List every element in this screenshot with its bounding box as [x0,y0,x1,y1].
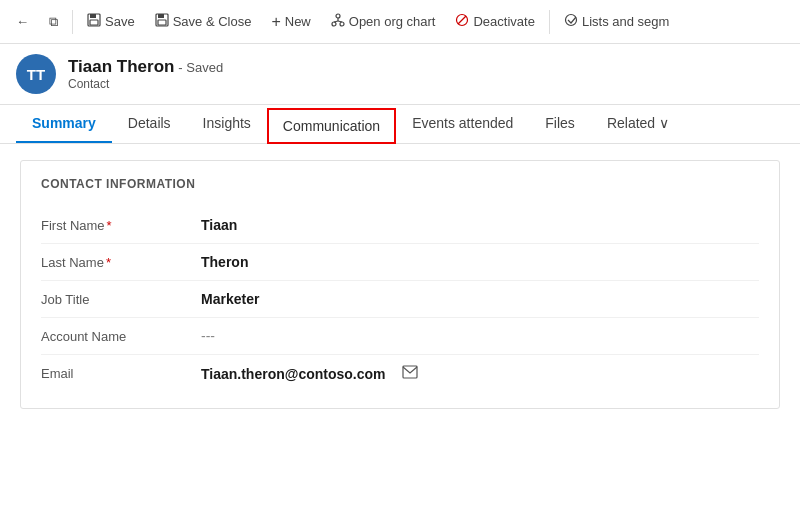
new-button[interactable]: + New [263,7,318,37]
field-value-wrapper-account-name: --- [201,328,759,344]
new-icon: + [271,13,280,31]
contact-type: Contact [68,77,223,91]
deactivate-icon [455,13,469,30]
nav-tabs: Summary Details Insights Communication E… [0,105,800,144]
tab-related[interactable]: Related ∨ [591,105,685,143]
contact-saved-status: - Saved [178,60,223,75]
save-icon [87,13,101,30]
tab-events-attended-label: Events attended [412,115,513,131]
save-close-icon [155,13,169,30]
tab-events-attended[interactable]: Events attended [396,105,529,143]
field-value-first-name: Tiaan [201,217,237,233]
popout-icon: ⧉ [49,14,58,30]
field-value-wrapper-email: Tiaan.theron@contoso.com [201,365,759,382]
tab-insights-label: Insights [203,115,251,131]
deactivate-button[interactable]: Deactivate [447,7,542,36]
svg-rect-1 [90,14,96,18]
contact-name-row: Tiaan Theron - Saved Contact [68,57,223,91]
field-value-last-name: Theron [201,254,248,270]
field-row-email: Email Tiaan.theron@contoso.com [41,355,759,392]
field-value-wrapper-job-title: Marketer [201,291,759,307]
field-label-job-title: Job Title [41,292,201,307]
back-icon: ← [16,14,29,29]
field-row-first-name: First Name* Tiaan [41,207,759,244]
svg-rect-15 [403,366,417,378]
new-label: New [285,14,311,29]
field-label-first-name: First Name* [41,218,201,233]
save-button[interactable]: Save [79,7,143,36]
field-row-account-name: Account Name --- [41,318,759,355]
related-chevron-icon: ∨ [659,115,669,131]
org-chart-label: Open org chart [349,14,436,29]
back-button[interactable]: ← [8,8,37,35]
svg-rect-2 [90,20,98,25]
tab-files[interactable]: Files [529,105,591,143]
avatar: TT [16,54,56,94]
svg-line-10 [334,21,338,22]
tab-files-label: Files [545,115,575,131]
svg-rect-5 [158,20,166,25]
svg-point-8 [340,22,344,26]
field-value-account-name: --- [201,328,215,344]
popout-button[interactable]: ⧉ [41,8,66,36]
field-label-account-name: Account Name [41,329,201,344]
svg-point-6 [336,14,340,18]
save-close-button[interactable]: Save & Close [147,7,260,36]
field-row-last-name: Last Name* Theron [41,244,759,281]
field-row-job-title: Job Title Marketer [41,281,759,318]
tab-summary[interactable]: Summary [16,105,112,143]
toolbar-divider-2 [549,10,550,34]
svg-line-11 [338,21,342,22]
org-chart-icon [331,13,345,30]
tab-details[interactable]: Details [112,105,187,143]
tab-communication-label: Communication [283,118,380,134]
field-value-job-title: Marketer [201,291,259,307]
save-close-label: Save & Close [173,14,252,29]
required-indicator-last-name: * [106,255,111,270]
toolbar-divider-1 [72,10,73,34]
field-label-last-name: Last Name* [41,255,201,270]
field-value-wrapper-last-name: Theron [201,254,759,270]
deactivate-label: Deactivate [473,14,534,29]
contact-header: TT Tiaan Theron - Saved Contact [0,44,800,105]
toolbar: ← ⧉ Save Save & Close + New [0,0,800,44]
email-send-icon[interactable] [402,365,418,382]
lists-label: Lists and segm [582,14,669,29]
svg-point-14 [565,15,576,26]
org-chart-button[interactable]: Open org chart [323,7,444,36]
contact-name: Tiaan Theron [68,57,174,76]
svg-rect-4 [158,14,164,18]
tab-details-label: Details [128,115,171,131]
contact-name-line: Tiaan Theron - Saved [68,57,223,77]
contact-info-card: CONTACT INFORMATION First Name* Tiaan La… [20,160,780,409]
save-label: Save [105,14,135,29]
tab-related-label: Related [607,115,655,131]
field-value-email: Tiaan.theron@contoso.com [201,366,386,382]
field-value-wrapper-first-name: Tiaan [201,217,759,233]
tab-communication[interactable]: Communication [267,108,396,144]
lists-icon [564,13,578,30]
required-indicator-first-name: * [107,218,112,233]
main-content: CONTACT INFORMATION First Name* Tiaan La… [0,144,800,425]
field-label-email: Email [41,366,201,381]
lists-button[interactable]: Lists and segm [556,7,677,36]
svg-line-13 [458,16,466,24]
section-title: CONTACT INFORMATION [41,177,759,191]
tab-insights[interactable]: Insights [187,105,267,143]
tab-summary-label: Summary [32,115,96,131]
svg-point-7 [332,22,336,26]
